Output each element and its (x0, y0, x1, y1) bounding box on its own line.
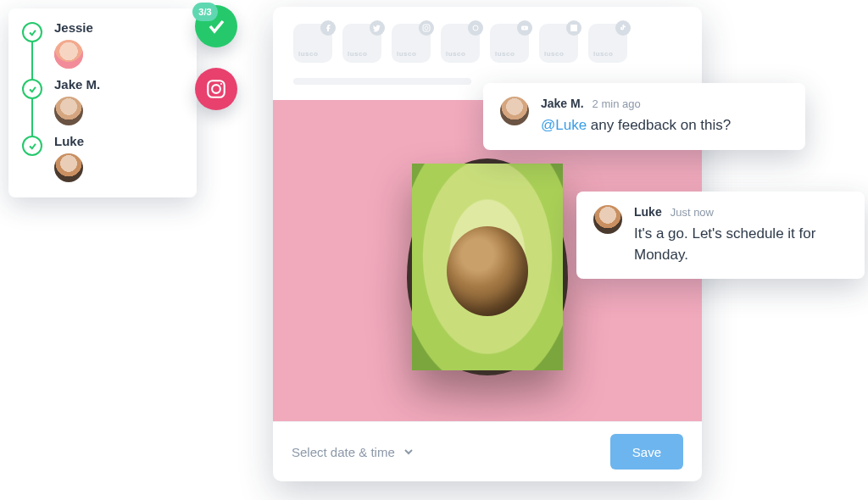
approver-name: Jessie (54, 20, 93, 35)
linkedin-icon (566, 20, 581, 36)
threads-icon (468, 20, 483, 36)
svg-point-2 (220, 83, 222, 85)
composer-footer: Select date & time Save (273, 421, 702, 481)
instagram-icon (419, 20, 434, 36)
twitter-icon (370, 20, 385, 36)
comment-text: It's a go. Let's schedule it for Monday. (634, 225, 815, 263)
approval-count-label: 3/3 (192, 3, 218, 21)
approvers-panel: Jessie Jake M. Luke (8, 8, 197, 197)
svg-rect-3 (423, 25, 430, 31)
channel-chip-threads[interactable]: lusco (441, 24, 480, 63)
channel-chip-youtube[interactable]: lusco (490, 24, 529, 63)
channel-brand-label: lusco (544, 50, 564, 58)
tiktok-icon (615, 20, 631, 36)
date-time-select[interactable]: Select date & time (292, 445, 414, 459)
channel-chip-linkedin[interactable]: lusco (539, 24, 578, 63)
avatar (54, 40, 83, 69)
caption-placeholder-bar[interactable] (293, 78, 471, 85)
approver-connector (31, 41, 33, 84)
channel-picker: lusco lusco lusco lusco lusco lusco lusc… (273, 7, 702, 63)
comment-timestamp: Just now (670, 206, 714, 219)
svg-point-4 (425, 26, 428, 30)
check-icon (22, 79, 42, 99)
check-icon (22, 22, 42, 42)
instagram-icon (205, 78, 227, 100)
instagram-badge[interactable] (195, 68, 237, 110)
check-icon (22, 136, 42, 156)
channel-brand-label: lusco (593, 50, 613, 58)
facebook-icon (320, 20, 336, 36)
svg-rect-0 (208, 81, 225, 97)
channel-brand-label: lusco (446, 50, 465, 58)
comment-body: @Luke any feedback on this? (541, 115, 731, 136)
approval-count-badge[interactable]: 3/3 (195, 5, 237, 47)
channel-brand-label: lusco (348, 50, 367, 58)
comment-bubble[interactable]: Jake M. 2 min ago @Luke any feedback on … (483, 83, 805, 150)
avatar (593, 205, 622, 234)
channel-brand-label: lusco (495, 50, 515, 58)
date-time-label: Select date & time (292, 445, 395, 459)
avatar (500, 97, 529, 125)
avatar (54, 97, 83, 125)
svg-point-5 (473, 25, 478, 31)
avatar (54, 153, 83, 182)
channel-brand-label: lusco (298, 50, 318, 58)
approver-row[interactable]: Jessie (22, 20, 183, 77)
comment-body: It's a go. Let's schedule it for Monday. (634, 224, 837, 265)
channel-brand-label: lusco (397, 50, 416, 58)
channel-chip-tiktok[interactable]: lusco (588, 24, 627, 63)
approver-row[interactable]: Luke (22, 134, 183, 182)
avocado-illustration (407, 158, 568, 375)
comment-author: Luke (634, 205, 662, 219)
approver-row[interactable]: Jake M. (22, 77, 183, 134)
youtube-icon (517, 20, 532, 36)
channel-chip-instagram[interactable]: lusco (392, 24, 431, 63)
approver-name: Jake M. (54, 77, 100, 92)
svg-rect-8 (570, 25, 577, 31)
comment-author: Jake M. (541, 97, 584, 110)
channel-chip-twitter[interactable]: lusco (342, 24, 381, 63)
channel-chip-facebook[interactable]: lusco (293, 24, 332, 63)
comment-bubble[interactable]: Luke Just now It's a go. Let's schedule … (576, 192, 865, 279)
save-button[interactable]: Save (610, 434, 683, 469)
chevron-down-icon (403, 447, 414, 457)
approver-name: Luke (54, 134, 84, 148)
approver-connector (31, 97, 33, 141)
svg-point-1 (212, 85, 220, 93)
comment-text: any feedback on this? (591, 117, 731, 133)
mention[interactable]: @Luke (541, 117, 587, 133)
comment-timestamp: 2 min ago (593, 97, 641, 110)
